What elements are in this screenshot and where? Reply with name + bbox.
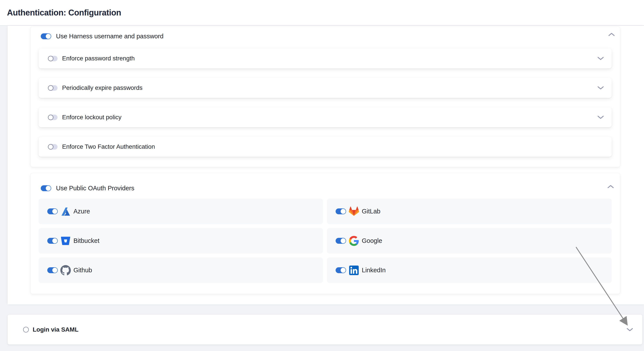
toggle-knob [48, 144, 54, 150]
provider-label: Azure [74, 208, 90, 215]
row-periodically-expire-passwords[interactable]: Periodically expire passwords [38, 78, 612, 98]
toggle-knob [340, 267, 346, 273]
toggle-knob [340, 238, 346, 244]
toggle-knob [45, 185, 51, 191]
provider-label: LinkedIn [362, 267, 386, 274]
section-saml[interactable]: Login via SAML [8, 314, 642, 344]
google-toggle[interactable] [336, 238, 346, 244]
page-header: Authentication: Configuration [0, 0, 644, 26]
enforce-password-strength-toggle[interactable] [48, 56, 58, 61]
chevron-down-icon[interactable] [597, 57, 604, 60]
toggle-knob [48, 115, 54, 120]
page-title: Authentication: Configuration [7, 8, 121, 18]
oauth-provider-github[interactable]: Github [38, 258, 323, 283]
toggle-knob [48, 56, 54, 61]
chevron-down-icon[interactable] [597, 86, 604, 90]
toggle-knob [48, 85, 54, 91]
username-password-header: Use Harness username and password [41, 32, 164, 41]
saml-label: Login via SAML [33, 326, 78, 333]
lockout-policy-toggle[interactable] [48, 115, 58, 120]
row-enforce-two-factor-authentication[interactable]: Enforce Two Factor Authentication [38, 137, 612, 157]
toggle-knob [52, 208, 58, 214]
chevron-up-icon[interactable] [608, 33, 615, 36]
row-label: Enforce lockout policy [62, 114, 122, 121]
row-label: Enforce password strength [62, 55, 135, 62]
expire-passwords-toggle[interactable] [48, 85, 58, 91]
bitbucket-icon [60, 236, 71, 246]
section-username-password: Use Harness username and password Enforc… [30, 26, 620, 167]
row-enforce-lockout-policy[interactable]: Enforce lockout policy [38, 107, 612, 127]
toggle-knob [340, 208, 346, 214]
linkedin-icon [349, 265, 359, 276]
row-enforce-password-strength[interactable]: Enforce password strength [38, 48, 612, 68]
oauth-toggle[interactable] [41, 185, 51, 191]
authentication-configuration-page: Authentication: Configuration Use Harnes… [0, 0, 644, 351]
oauth-provider-linkedin[interactable]: LinkedIn [327, 258, 612, 283]
github-icon [60, 265, 71, 276]
oauth-provider-azure[interactable]: Azure [38, 198, 323, 224]
provider-label: Google [362, 237, 382, 244]
oauth-header: Use Public OAuth Providers [41, 184, 134, 193]
oauth-provider-grid: Azure GitLab [38, 198, 612, 283]
section-label: Use Harness username and password [56, 33, 164, 40]
gitlab-icon [349, 206, 359, 217]
toggle-knob [52, 238, 58, 244]
gitlab-toggle[interactable] [336, 208, 346, 214]
chevron-down-icon[interactable] [597, 116, 604, 119]
google-icon [349, 236, 359, 246]
bitbucket-toggle[interactable] [47, 238, 57, 244]
chevron-up-icon[interactable] [608, 185, 614, 188]
provider-label: GitLab [362, 208, 380, 215]
username-password-toggle[interactable] [41, 33, 51, 39]
provider-label: Github [74, 267, 92, 274]
two-factor-toggle[interactable] [48, 144, 58, 150]
section-oauth-providers: Use Public OAuth Providers Azure [30, 173, 620, 294]
linkedin-toggle[interactable] [336, 267, 346, 273]
oauth-provider-gitlab[interactable]: GitLab [327, 198, 612, 224]
oauth-provider-bitbucket[interactable]: Bitbucket [38, 228, 323, 254]
provider-label: Bitbucket [74, 237, 100, 244]
saml-radio[interactable] [23, 327, 29, 332]
azure-toggle[interactable] [47, 208, 57, 214]
row-label: Periodically expire passwords [62, 84, 142, 91]
chevron-down-icon[interactable] [626, 328, 633, 332]
github-toggle[interactable] [47, 267, 57, 273]
azure-icon [60, 206, 71, 217]
toggle-knob [52, 267, 58, 273]
row-label: Enforce Two Factor Authentication [62, 143, 155, 150]
toggle-knob [45, 33, 51, 39]
oauth-provider-google[interactable]: Google [327, 228, 612, 254]
section-label: Use Public OAuth Providers [56, 185, 134, 192]
